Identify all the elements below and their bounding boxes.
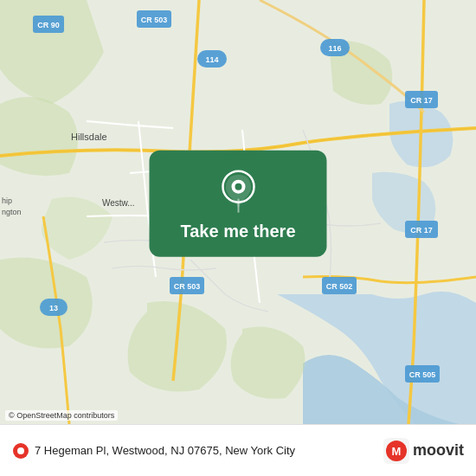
moovit-logo: M moovit — [383, 438, 464, 464]
location-pin-icon — [220, 170, 256, 215]
svg-text:CR 502: CR 502 — [326, 282, 353, 291]
svg-point-29 — [17, 447, 24, 454]
moovit-location-icon — [12, 442, 29, 460]
svg-text:CR 505: CR 505 — [409, 370, 436, 379]
moovit-icon: M — [383, 438, 409, 464]
openstreetmap-credit[interactable]: © OpenStreetMap contributors — [5, 410, 118, 421]
svg-text:CR 503: CR 503 — [174, 282, 201, 291]
map-container: CR 90 CR 503 114 116 CR 17 CR 17 CR 503 … — [0, 0, 476, 424]
bottom-bar: 7 Hegeman Pl, Westwood, NJ 07675, New Yo… — [0, 424, 476, 476]
take-me-there-button[interactable]: Take me there — [149, 151, 326, 257]
svg-text:116: 116 — [328, 44, 341, 53]
address-text: 7 Hegeman Pl, Westwood, NJ 07675, New Yo… — [35, 444, 295, 457]
svg-text:Westw...: Westw... — [102, 198, 135, 208]
svg-text:ngton: ngton — [2, 208, 22, 216]
svg-text:CR 17: CR 17 — [410, 226, 433, 235]
svg-point-27 — [235, 183, 241, 190]
svg-text:114: 114 — [205, 55, 218, 64]
svg-text:Hillsdale: Hillsdale — [71, 132, 107, 142]
svg-text:M: M — [392, 445, 402, 458]
svg-text:13: 13 — [49, 304, 58, 312]
svg-text:CR 17: CR 17 — [410, 96, 433, 105]
moovit-label: moovit — [413, 441, 464, 460]
svg-text:CR 90: CR 90 — [37, 21, 60, 29]
svg-text:hip: hip — [2, 196, 12, 205]
take-me-there-label: Take me there — [180, 222, 295, 241]
svg-text:CR 503: CR 503 — [141, 16, 168, 24]
address-section: 7 Hegeman Pl, Westwood, NJ 07675, New Yo… — [12, 442, 376, 460]
